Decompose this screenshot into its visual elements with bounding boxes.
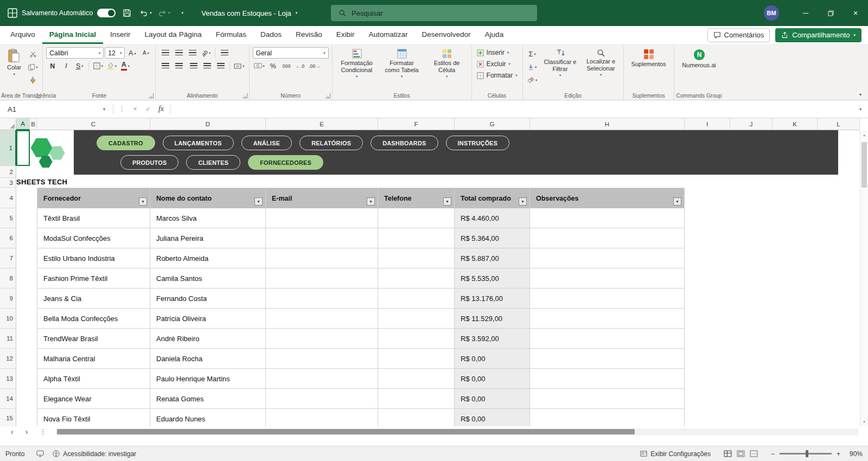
table-cell[interactable]: R$ 4.460,00	[455, 208, 530, 228]
formula-input[interactable]	[173, 103, 857, 116]
sheet-nav-dashboards[interactable]: DASHBOARDS	[371, 136, 438, 150]
column-header-H[interactable]: H	[530, 118, 685, 130]
save-button[interactable]	[120, 5, 134, 21]
table-cell[interactable]: R$ 0,00	[455, 369, 530, 389]
undo-button[interactable]: ▾	[138, 5, 152, 21]
ribbon-tab-automatizar[interactable]: Automatizar	[362, 26, 415, 44]
accessibility-status[interactable]: Acessibilidade: investigar	[53, 450, 136, 458]
table-cell[interactable]: Paulo Henrique Martins	[150, 369, 266, 389]
increase-indent-button[interactable]	[214, 60, 227, 72]
align-bottom-button[interactable]	[186, 47, 199, 59]
sheet-nav-fornecedores[interactable]: FORNECEDORES	[248, 155, 323, 170]
avatar[interactable]: BM	[764, 5, 779, 21]
autosum-button[interactable]: Σ▾	[526, 48, 539, 60]
table-cell[interactable]	[530, 389, 685, 409]
table-cell[interactable]: R$ 5.887,00	[455, 248, 530, 268]
sheet-nav-relatórios[interactable]: RELATÓRIOS	[299, 136, 363, 150]
column-header-F[interactable]: F	[378, 118, 455, 130]
macro-record-icon[interactable]	[36, 450, 44, 457]
decrease-decimal-button[interactable]: .00→	[308, 60, 322, 72]
row-header-9[interactable]: 9	[0, 289, 16, 309]
table-header-0[interactable]: Fornecedor▾	[37, 188, 150, 208]
collapse-ribbon-button[interactable]: ▾	[859, 92, 861, 97]
column-header-K[interactable]: K	[773, 118, 818, 130]
row-header-14[interactable]: 14	[0, 389, 16, 409]
zoom-in-button[interactable]: +	[837, 450, 840, 458]
table-cell[interactable]	[266, 329, 378, 349]
table-cell[interactable]	[530, 248, 685, 268]
zoom-out-button[interactable]: −	[771, 450, 775, 458]
table-cell[interactable]	[266, 309, 378, 329]
bold-button[interactable]: N	[46, 60, 59, 72]
dialog-launcher-icon[interactable]	[149, 93, 154, 98]
scroll-down-icon[interactable]: ▾	[860, 420, 868, 424]
sheet-options-icon[interactable]: ⋮	[40, 428, 46, 436]
table-cell[interactable]: R$ 0,00	[455, 389, 530, 409]
table-cell[interactable]	[378, 289, 455, 309]
increase-decimal-button[interactable]: ←.0	[294, 60, 307, 72]
view-page-break-button[interactable]	[750, 450, 758, 457]
table-cell[interactable]	[530, 309, 685, 329]
table-cell[interactable]: Bella Moda Confecções	[37, 309, 150, 329]
table-cell[interactable]	[530, 228, 685, 248]
ribbon-tab-exibir[interactable]: Exibir	[329, 26, 362, 44]
underline-button[interactable]: S▾	[73, 60, 86, 72]
table-cell[interactable]: R$ 0,00	[455, 349, 530, 369]
document-title-control[interactable]: Vendas com Estoques - Loja ▾	[201, 9, 297, 17]
selected-cell-outline[interactable]	[16, 130, 30, 166]
decrease-font-button[interactable]: A▾	[139, 47, 152, 59]
cut-button[interactable]	[27, 48, 39, 60]
table-cell[interactable]: Marcos Silva	[150, 208, 266, 228]
ribbon-tab-página-inicial[interactable]: Página Inicial	[42, 26, 103, 44]
share-chevron-icon[interactable]: ▾	[853, 33, 856, 37]
row-header-3[interactable]: 3	[0, 178, 16, 188]
row-header-15[interactable]: 15	[0, 409, 16, 426]
name-box-options-icon[interactable]: ⋮	[116, 103, 129, 116]
redo-chevron[interactable]: ▾	[168, 11, 170, 15]
dialog-launcher-icon[interactable]	[326, 93, 330, 98]
table-header-4[interactable]: Total comprado▾	[455, 188, 530, 208]
row-header-5[interactable]: 5	[0, 208, 16, 228]
table-cell[interactable]	[266, 228, 378, 248]
merge-center-button[interactable]: ▾	[233, 60, 245, 72]
row-header-8[interactable]: 8	[0, 268, 16, 289]
align-right-button[interactable]	[187, 60, 200, 72]
table-cell[interactable]: R$ 3.592,00	[455, 329, 530, 349]
ribbon-tab-ajuda[interactable]: Ajuda	[478, 26, 511, 44]
select-all-corner[interactable]	[0, 118, 16, 130]
table-cell[interactable]: Fernando Costa	[150, 289, 266, 309]
row-header-6[interactable]: 6	[0, 228, 16, 248]
table-cell[interactable]	[266, 248, 378, 268]
sheet-nav-left-icon[interactable]: ‹	[11, 428, 14, 436]
table-cell[interactable]	[378, 409, 455, 426]
row-header-2[interactable]: 2	[0, 166, 16, 178]
table-cell[interactable]	[266, 369, 378, 389]
ribbon-tab-dados[interactable]: Dados	[253, 26, 289, 44]
filter-button[interactable]: ▾	[519, 197, 527, 206]
orientation-button[interactable]: ab▾	[200, 47, 212, 59]
table-cell[interactable]: Fashion Prime Têxtil	[37, 268, 150, 289]
table-cell[interactable]	[378, 309, 455, 329]
table-cell[interactable]	[378, 228, 455, 248]
dialog-launcher-icon[interactable]	[36, 93, 41, 98]
table-cell[interactable]	[266, 409, 378, 426]
comments-button[interactable]: Comentários	[707, 28, 770, 42]
column-header-D[interactable]: D	[150, 118, 266, 130]
zoom-slider-thumb[interactable]	[806, 450, 808, 457]
table-cell[interactable]: R$ 0,00	[455, 409, 530, 426]
sheet-nav-clientes[interactable]: CLIENTES	[186, 155, 240, 170]
filter-button[interactable]: ▾	[367, 197, 375, 206]
table-cell[interactable]: Camila Santos	[150, 268, 266, 289]
table-cell[interactable]: Têxtil Brasil	[37, 208, 150, 228]
row-header-13[interactable]: 13	[0, 369, 16, 389]
align-center-button[interactable]	[173, 60, 185, 72]
table-cell[interactable]	[378, 349, 455, 369]
ribbon-tab-arquivo[interactable]: Arquivo	[3, 26, 42, 44]
table-cell[interactable]	[378, 369, 455, 389]
ribbon-tab-desenvolvedor[interactable]: Desenvolvedor	[415, 26, 478, 44]
table-cell[interactable]	[378, 268, 455, 289]
table-cell[interactable]	[266, 349, 378, 369]
ribbon-tab-revisão[interactable]: Revisão	[289, 26, 329, 44]
table-cell[interactable]: TrendWear Brasil	[37, 329, 150, 349]
row-header-1[interactable]: 1	[0, 130, 16, 166]
